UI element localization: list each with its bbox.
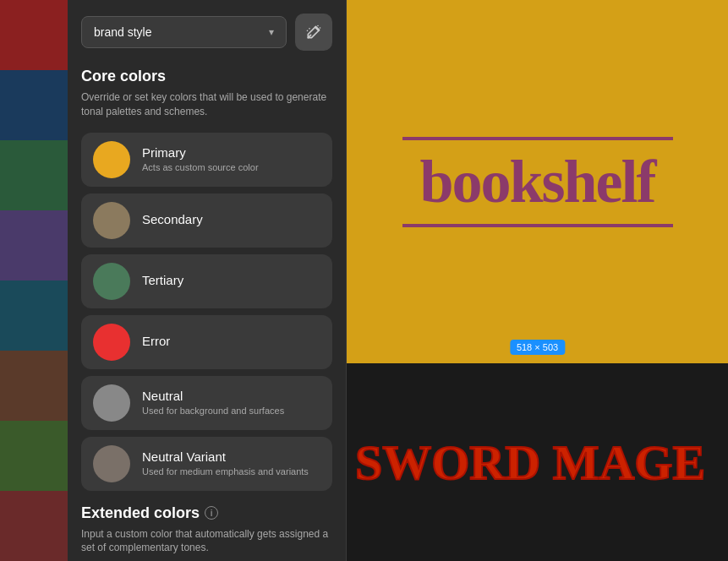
neutral-desc: Used for background and surfaces bbox=[142, 405, 320, 417]
book-spine bbox=[0, 140, 68, 210]
preview-top: bookshelf 518 × 503 bbox=[347, 0, 728, 363]
neutral-variant-desc: Used for medium emphasis and variants bbox=[142, 466, 320, 477]
bookshelf-brand-text: bookshelf bbox=[402, 147, 673, 217]
svg-point-3 bbox=[320, 27, 321, 29]
extended-title-label: Extended colors bbox=[81, 504, 200, 522]
neutral-info: Neutral Used for background and surfaces bbox=[142, 389, 320, 417]
secondary-swatch bbox=[93, 202, 130, 239]
book-spine bbox=[0, 421, 68, 491]
preview-bottom: SWORD MAGE bbox=[347, 363, 728, 561]
secondary-info: Secondary bbox=[142, 212, 320, 228]
neutral-name: Neutral bbox=[142, 389, 320, 403]
book-spine bbox=[0, 210, 68, 280]
book-spine bbox=[0, 280, 68, 351]
bookshelf-logo: bookshelf bbox=[402, 137, 673, 227]
neutral-variant-info: Neutral Variant Used for medium emphasis… bbox=[142, 449, 320, 477]
extended-colors-desc: Input a custom color that automatically … bbox=[81, 527, 332, 556]
right-panel: bookshelf 518 × 503 SWORD MAGE bbox=[347, 0, 728, 561]
book-spine bbox=[0, 351, 68, 421]
brand-style-dropdown[interactable]: brand style ▾ bbox=[81, 16, 287, 48]
color-item-secondary[interactable]: Secondary bbox=[81, 193, 332, 248]
tertiary-swatch bbox=[93, 263, 130, 300]
chevron-down-icon: ▾ bbox=[269, 26, 274, 38]
bookshelf-top-line bbox=[402, 137, 673, 140]
color-item-primary[interactable]: Primary Acts as custom source color bbox=[81, 133, 332, 187]
book-spine bbox=[0, 70, 68, 140]
size-badge: 518 × 503 bbox=[510, 340, 565, 355]
tertiary-name: Tertiary bbox=[142, 273, 320, 287]
magic-button[interactable] bbox=[295, 14, 332, 51]
svg-point-5 bbox=[309, 28, 310, 30]
magic-wand-icon bbox=[305, 24, 322, 41]
primary-swatch bbox=[93, 141, 130, 178]
book-spine-panel bbox=[0, 0, 68, 561]
svg-point-4 bbox=[307, 30, 309, 32]
neutral-variant-name: Neutral Variant bbox=[142, 449, 320, 464]
error-swatch bbox=[93, 324, 130, 361]
color-item-neutral-variant[interactable]: Neutral Variant Used for medium emphasis… bbox=[81, 437, 332, 491]
book-spine bbox=[0, 0, 68, 70]
error-info: Error bbox=[142, 334, 320, 350]
error-name: Error bbox=[142, 334, 320, 348]
primary-name: Primary bbox=[142, 145, 320, 160]
dropdown-label: brand style bbox=[94, 25, 151, 39]
neutral-variant-swatch bbox=[93, 445, 130, 482]
info-icon[interactable]: i bbox=[205, 506, 218, 520]
svg-point-2 bbox=[317, 25, 319, 27]
extended-colors-title: Extended colors i bbox=[81, 504, 332, 522]
book-spine bbox=[0, 491, 68, 561]
tertiary-info: Tertiary bbox=[142, 273, 320, 289]
secondary-name: Secondary bbox=[142, 212, 320, 226]
core-colors-desc: Override or set key colors that will be … bbox=[81, 90, 332, 119]
bookshelf-bottom-line bbox=[402, 224, 673, 227]
color-item-neutral[interactable]: Neutral Used for background and surfaces bbox=[81, 376, 332, 430]
toolbar: brand style ▾ bbox=[81, 14, 332, 51]
color-item-tertiary[interactable]: Tertiary bbox=[81, 254, 332, 308]
color-panel: brand style ▾ Core colors Override or se… bbox=[68, 0, 347, 561]
neutral-swatch bbox=[93, 384, 130, 422]
core-colors-title: Core colors bbox=[81, 68, 332, 85]
sword-mage-text: SWORD MAGE bbox=[355, 434, 705, 491]
primary-desc: Acts as custom source color bbox=[142, 161, 320, 173]
color-item-error[interactable]: Error bbox=[81, 315, 332, 369]
primary-info: Primary Acts as custom source color bbox=[142, 145, 320, 173]
